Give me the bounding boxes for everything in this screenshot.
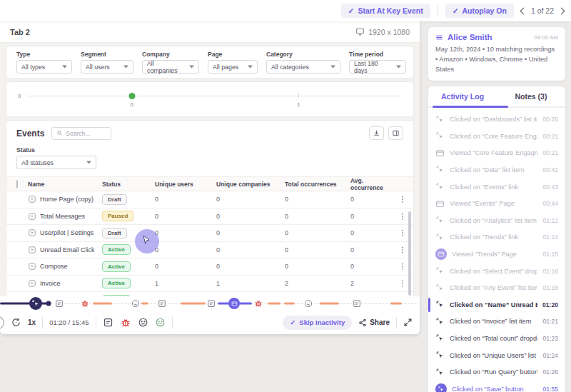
timeline-bug-marker[interactable]	[80, 299, 89, 308]
click-icon	[435, 131, 445, 141]
activity-log-item[interactable]: Clicked on “Dashboards” list item 00:20	[428, 111, 565, 128]
autoplay-button[interactable]: ✓ Autoplay On	[445, 4, 514, 18]
row-menu-button[interactable]	[398, 278, 408, 288]
activity-timestamp: 01:12	[542, 217, 558, 224]
timeline-note-marker[interactable]	[157, 299, 166, 308]
event-name: Compose	[40, 263, 68, 270]
activity-log-item[interactable]: Clicked on “Select Event” dropdown 01:16	[428, 263, 565, 280]
start-at-key-event-button[interactable]: ✓ Start At Key Event	[341, 4, 430, 18]
pause-button[interactable]	[0, 316, 4, 329]
filter-dropdown[interactable]: All pages	[208, 60, 258, 74]
autoplay-label: Autoplay On	[462, 6, 506, 15]
share-button[interactable]: Share	[358, 318, 390, 327]
activity-log-item[interactable]: Clicked on “Trends” link 01:14	[428, 229, 565, 246]
activity-log-item[interactable]: Clicked on “Total count” dropdown 01:23	[428, 330, 565, 347]
table-row[interactable]: Total Meesages Paused 0 0 0 0	[6, 208, 413, 226]
activity-label: Viewed “Events” Page	[450, 200, 537, 207]
frown-reaction-icon[interactable]	[138, 317, 148, 328]
column-header[interactable]: Unique users	[155, 181, 216, 188]
smile-reaction-icon[interactable]	[155, 317, 166, 328]
row-menu-button[interactable]	[398, 245, 408, 255]
activity-log-item[interactable]: Viewed “Core Feature Engagment” 00:21	[428, 145, 565, 162]
timeline-frown-marker[interactable]	[131, 299, 140, 308]
activity-log-item[interactable]: Clicked on “Data” list item 00:41	[428, 161, 565, 179]
activity-timestamp: 00:44	[542, 200, 558, 207]
timeline-note-marker[interactable]	[352, 299, 361, 308]
timeline-event-marker[interactable]	[228, 298, 240, 309]
table-header: NameStatusUnique usersUnique companiesTo…	[6, 176, 413, 191]
activity-timestamp: 01:23	[542, 335, 558, 342]
user-name[interactable]: Alice Smith	[448, 33, 492, 41]
slider-handle[interactable]	[128, 93, 135, 99]
event-name: Unread Email Click	[40, 246, 95, 253]
column-header[interactable]: Avg. occurrence	[350, 177, 398, 191]
replay-10s-icon[interactable]	[11, 317, 21, 328]
activity-log-item[interactable]: Clicked on “Run Query” button 01:26	[428, 363, 565, 381]
activity-log-item[interactable]: Clicked on “Any Event” list item 01:18	[428, 279, 565, 296]
table-scrollbar[interactable]	[408, 211, 411, 296]
filter-dropdown[interactable]: All users	[81, 60, 133, 74]
column-header[interactable]: Unique companies	[216, 181, 285, 188]
timeline-note-marker[interactable]	[206, 299, 216, 308]
activity-log-item[interactable]: Clicked on “Core Feature Engagem... 00:2…	[428, 128, 565, 145]
timeline-note-marker[interactable]	[54, 299, 64, 308]
click-icon	[435, 266, 445, 276]
timeline-playhead[interactable]	[29, 297, 42, 310]
timeline-dot-marker[interactable]	[46, 301, 51, 306]
download-button[interactable]	[369, 126, 384, 140]
add-note-icon[interactable]	[103, 317, 113, 328]
playback-timeline[interactable]	[0, 296, 420, 311]
slider-track[interactable]	[28, 96, 400, 96]
row-menu-button[interactable]	[398, 228, 408, 238]
status-filter-dropdown[interactable]: All statuses	[16, 156, 96, 169]
column-header[interactable]: Name	[28, 181, 102, 188]
column-header[interactable]: Status	[102, 181, 155, 188]
row-menu-button[interactable]	[398, 211, 408, 221]
activity-log-item[interactable]: Clicked on “Save” button 01:55	[428, 381, 565, 392]
table-row[interactable]: Userpilot | Settings Draft 0 0 0 0	[6, 225, 413, 242]
filter-dropdown[interactable]: All companies	[142, 60, 199, 74]
filter-dropdown[interactable]: Last 180 days	[349, 60, 406, 74]
column-header[interactable]: Total occurrences	[285, 181, 350, 188]
filter-value: All pages	[213, 64, 238, 71]
activity-log-item[interactable]: Viewed “Trends” Page 01:15	[428, 246, 565, 263]
events-header: Events	[6, 126, 413, 140]
table-row[interactable]: Home Page (copy) Draft 0 0 0 0	[6, 191, 413, 208]
row-menu-button[interactable]	[398, 194, 408, 204]
filter-time-period: Time period Last 180 days	[349, 51, 406, 78]
fullscreen-icon[interactable]	[403, 318, 413, 327]
tab-activity-log[interactable]: Activity Log	[428, 86, 497, 106]
activity-log-item[interactable]: Clicked on “Name” Unread Email C... 01:2…	[428, 296, 565, 313]
filter-dropdown[interactable]: All categories	[266, 60, 340, 74]
events-title: Events	[16, 129, 44, 139]
activity-log-item[interactable]: Clicked on “Events” link 00:43	[428, 179, 565, 196]
activity-log-item[interactable]: Clicked on “Analytics” list item 01:12	[428, 212, 565, 229]
timeline-frown-marker[interactable]	[304, 299, 313, 308]
hamburger-icon[interactable]	[435, 34, 443, 41]
timeline-bug-marker[interactable]	[254, 299, 263, 308]
activity-log-item[interactable]: Viewed “Events” Page 00:44	[428, 195, 565, 212]
playback-speed[interactable]: 1x	[28, 318, 36, 326]
activity-label: Clicked on “Dashboards” list item	[450, 116, 537, 123]
filter-dropdown[interactable]: All types	[16, 60, 72, 74]
filter-label: Type	[16, 51, 72, 58]
timeline-segment-orange	[320, 303, 339, 305]
activity-label: Viewed “Trends” Page	[452, 251, 537, 258]
table-row[interactable]: Invoice Active 1 1 2 2	[6, 276, 413, 293]
table-row[interactable]: Unread Email Click Active 0 0 0 0	[6, 242, 413, 259]
table-row[interactable]: Compose Active 0 0 0 0	[6, 258, 413, 276]
columns-button[interactable]	[388, 126, 403, 140]
filter-value: Last 180 days	[354, 60, 393, 74]
skip-inactivity-button[interactable]: ✓ Skip Inactivity	[283, 316, 352, 330]
prev-recording-button[interactable]	[520, 7, 527, 14]
filter-label: Page	[208, 51, 258, 58]
search-input[interactable]	[66, 130, 108, 137]
tab-notes[interactable]: Notes (3)	[497, 86, 565, 106]
activity-log-item[interactable]: Clicked on “Invoice” list item 01:21	[428, 313, 565, 331]
activity-timestamp: 01:18	[542, 284, 558, 291]
row-menu-button[interactable]	[398, 261, 408, 271]
next-recording-button[interactable]	[558, 7, 565, 14]
activity-log-item[interactable]: Clicked on “Unique Users” list item 01:2…	[428, 347, 565, 364]
report-bug-icon[interactable]	[120, 317, 131, 328]
select-all-checkbox[interactable]	[16, 180, 18, 189]
